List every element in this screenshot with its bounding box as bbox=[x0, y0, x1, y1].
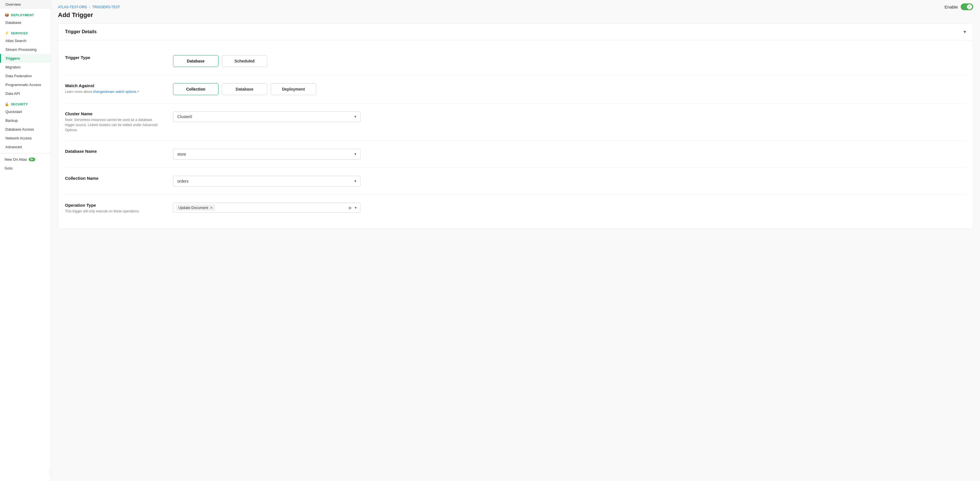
card-body: Trigger Type Database Scheduled Watch Ag… bbox=[58, 40, 973, 229]
watch-against-btn-group: Collection Database Deployment bbox=[173, 83, 966, 95]
cluster-name-sublabel: Note: Serverless instances cannot be use… bbox=[65, 117, 162, 133]
sidebar-item-database-access[interactable]: Database Access bbox=[0, 125, 51, 134]
cluster-name-select[interactable]: Cluster0 bbox=[173, 111, 361, 122]
database-name-row: Database Name store ▼ bbox=[65, 141, 966, 168]
trigger-type-database-button[interactable]: Database bbox=[173, 55, 218, 67]
operation-type-sublabel: This trigger will only execute on these … bbox=[65, 209, 162, 214]
database-name-label: Database Name bbox=[65, 149, 162, 154]
sidebar-item-database[interactable]: Database bbox=[0, 18, 51, 27]
sidebar-item-triggers[interactable]: Triggers bbox=[0, 54, 51, 63]
deployment-icon: 📦 bbox=[5, 13, 10, 17]
enable-toggle-row: Enable bbox=[945, 3, 973, 10]
sidebar-item-backup[interactable]: Backup bbox=[0, 116, 51, 125]
sidebar-item-data-federation[interactable]: Data Federation bbox=[0, 71, 51, 80]
breadcrumb: ATLAS-TEST-ORG › TRIGGERS-TEST bbox=[58, 5, 120, 9]
tag-clear-button[interactable]: ⊗ bbox=[348, 206, 352, 210]
trigger-type-control: Database Scheduled bbox=[173, 55, 966, 67]
sidebar-item-data-api[interactable]: Data API bbox=[0, 89, 51, 98]
cluster-name-label-col: Cluster Name Note: Serverless instances … bbox=[65, 111, 162, 133]
cluster-name-row: Cluster Name Note: Serverless instances … bbox=[65, 103, 966, 141]
security-icon: 🔒 bbox=[5, 102, 10, 106]
breadcrumb-separator: › bbox=[89, 5, 90, 9]
main-content: ATLAS-TEST-ORG › TRIGGERS-TEST Enable Ad… bbox=[51, 0, 980, 481]
cluster-name-control: Cluster0 ▼ bbox=[173, 111, 966, 122]
cluster-name-label: Cluster Name bbox=[65, 111, 162, 116]
database-name-select-wrapper: store ▼ bbox=[173, 149, 361, 160]
breadcrumb-app[interactable]: TRIGGERS-TEST bbox=[92, 5, 120, 9]
collection-name-select[interactable]: orders bbox=[173, 176, 361, 187]
card-header-title: Trigger Details bbox=[65, 29, 97, 34]
sidebar-item-quickstart[interactable]: Quickstart bbox=[0, 107, 51, 116]
trigger-type-row: Trigger Type Database Scheduled bbox=[65, 47, 966, 75]
enable-toggle[interactable] bbox=[961, 3, 973, 10]
sidebar-item-new-on-atlas[interactable]: New On Atlas 9+ bbox=[0, 155, 51, 164]
collection-name-row: Collection Name orders ▼ bbox=[65, 168, 966, 195]
sidebar-item-advanced[interactable]: Advanced bbox=[0, 143, 51, 151]
collection-name-label-col: Collection Name bbox=[65, 176, 162, 182]
database-name-select[interactable]: store bbox=[173, 149, 361, 160]
sidebar-divider bbox=[0, 153, 51, 153]
sidebar-section-deployment: 📦 DEPLOYMENT bbox=[0, 9, 51, 18]
enable-label: Enable bbox=[945, 5, 958, 10]
sidebar-item-goto[interactable]: Goto bbox=[0, 164, 51, 173]
operation-type-tag-value: Update Document bbox=[178, 206, 208, 210]
sidebar-section-security: 🔒 SECURITY bbox=[0, 98, 51, 107]
operation-type-control: Update Document ✕ ⊗ ▼ bbox=[173, 203, 966, 213]
tag-dropdown-icon[interactable]: ▼ bbox=[354, 206, 357, 210]
sidebar-section-services: ⚡ SERVICES bbox=[0, 27, 51, 37]
watch-against-control: Collection Database Deployment bbox=[173, 83, 966, 95]
trigger-type-label-col: Trigger Type bbox=[65, 55, 162, 61]
collection-name-label: Collection Name bbox=[65, 176, 162, 181]
topbar: ATLAS-TEST-ORG › TRIGGERS-TEST Enable bbox=[51, 0, 980, 11]
changestream-link[interactable]: changestream watch options bbox=[93, 90, 136, 94]
watch-against-collection-button[interactable]: Collection bbox=[173, 83, 218, 95]
cluster-name-select-wrapper: Cluster0 ▼ bbox=[173, 111, 361, 122]
operation-type-row: Operation Type This trigger will only ex… bbox=[65, 195, 966, 222]
trigger-details-card: Trigger Details ▾ Trigger Type Database … bbox=[58, 23, 973, 229]
sidebar-item-programmatic-access[interactable]: Programmatic Access bbox=[0, 80, 51, 89]
card-collapse-icon[interactable]: ▾ bbox=[964, 29, 966, 35]
sidebar-item-migration[interactable]: Migration bbox=[0, 63, 51, 71]
collection-name-control: orders ▼ bbox=[173, 176, 966, 187]
operation-type-label-col: Operation Type This trigger will only ex… bbox=[65, 203, 162, 214]
sidebar-item-atlas-search[interactable]: Atlas Search bbox=[0, 37, 51, 45]
sidebar: Overview 📦 DEPLOYMENT Database ⚡ SERVICE… bbox=[0, 0, 51, 481]
trigger-type-label: Trigger Type bbox=[65, 55, 162, 60]
sidebar-item-stream-processing[interactable]: Stream Processing bbox=[0, 45, 51, 54]
trigger-type-scheduled-button[interactable]: Scheduled bbox=[222, 55, 267, 67]
watch-against-deployment-button[interactable]: Deployment bbox=[271, 83, 316, 95]
sidebar-item-overview[interactable]: Overview bbox=[0, 0, 51, 9]
sidebar-item-network-access[interactable]: Network Access bbox=[0, 134, 51, 143]
watch-against-label-col: Watch Against Learn more about changestr… bbox=[65, 83, 162, 94]
sidebar-collapse-button[interactable]: ‹ bbox=[48, 468, 51, 475]
watch-against-row: Watch Against Learn more about changestr… bbox=[65, 75, 966, 103]
collection-name-select-wrapper: orders ▼ bbox=[173, 176, 361, 187]
breadcrumb-text: ATLAS-TEST-ORG › TRIGGERS-TEST bbox=[58, 5, 120, 9]
watch-against-label: Watch Against bbox=[65, 83, 162, 88]
card-header: Trigger Details ▾ bbox=[58, 24, 973, 40]
page-title: Add Trigger bbox=[51, 11, 980, 23]
trigger-type-btn-group: Database Scheduled bbox=[173, 55, 966, 67]
operation-type-tag-close[interactable]: ✕ bbox=[210, 206, 213, 210]
new-on-atlas-badge: 9+ bbox=[29, 157, 35, 161]
watch-against-sublabel: Learn more about changestream watch opti… bbox=[65, 89, 162, 94]
operation-type-tag: Update Document ✕ bbox=[176, 205, 215, 211]
operation-type-tag-input[interactable]: Update Document ✕ ⊗ ▼ bbox=[173, 203, 361, 213]
services-icon: ⚡ bbox=[5, 31, 10, 35]
database-name-control: store ▼ bbox=[173, 149, 966, 160]
database-name-label-col: Database Name bbox=[65, 149, 162, 155]
operation-type-label: Operation Type bbox=[65, 203, 162, 208]
watch-against-database-button[interactable]: Database bbox=[222, 83, 267, 95]
breadcrumb-org[interactable]: ATLAS-TEST-ORG bbox=[58, 5, 87, 9]
